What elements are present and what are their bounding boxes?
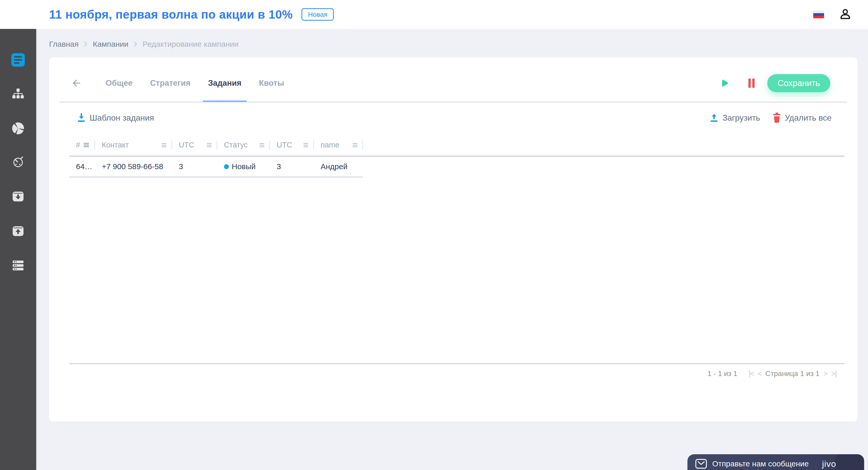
jivo-logo: jivo xyxy=(822,459,836,469)
sidebar-item-reports[interactable] xyxy=(0,122,36,134)
sitemap-icon xyxy=(12,88,24,101)
cell-utc2: 3 xyxy=(270,156,314,177)
table-header: # Контакт UTC Статус xyxy=(69,134,844,156)
status-dot-icon xyxy=(224,164,229,169)
column-menu-icon[interactable] xyxy=(161,143,167,148)
last-page-button[interactable]: >| xyxy=(831,370,836,378)
tab-bar: Общее Стратегия Задания Квоты xyxy=(106,64,284,103)
pagination: 1 - 1 из 1 |< < Страница 1 из 1 > >| xyxy=(49,364,858,383)
language-flag-icon[interactable] xyxy=(813,10,824,18)
status-label: Новый xyxy=(232,162,256,171)
breadcrumb: Главная Кампании Редактирование кампании xyxy=(36,29,868,49)
page-title: 11 ноября, первая волна по акции в 10% xyxy=(49,7,293,22)
campaign-actions: Сохранить xyxy=(721,74,858,92)
column-header-status[interactable]: Статус xyxy=(217,134,270,156)
main-content: Главная Кампании Редактирование кампании… xyxy=(36,29,868,470)
cell-utc1: 3 xyxy=(172,156,217,177)
pagination-page-label: Страница 1 из 1 xyxy=(766,370,820,378)
sidebar-item-monitoring[interactable] xyxy=(0,155,36,169)
column-header-utc1[interactable]: UTC xyxy=(172,134,217,156)
campaign-edit-card: Общее Стратегия Задания Квоты Сохранить xyxy=(49,57,858,421)
tasks-table: # Контакт UTC Статус xyxy=(69,134,844,178)
breadcrumb-current: Редактирование кампании xyxy=(143,40,239,49)
play-button[interactable] xyxy=(721,79,729,88)
column-header-utc2[interactable]: UTC xyxy=(270,134,314,156)
chat-message: Отправьте нам сообщение xyxy=(712,460,809,468)
sidebar-item-servers[interactable] xyxy=(0,259,36,273)
timer-icon xyxy=(12,155,24,169)
column-header-contact[interactable]: Контакт xyxy=(95,134,172,156)
server-stack-icon xyxy=(12,259,24,273)
table-toolbar: Шаблон задания Загрузить xyxy=(49,107,858,129)
delete-all-label: Удалить все xyxy=(785,113,832,123)
upload-link[interactable]: Загрузить xyxy=(709,113,760,123)
archive-out-icon xyxy=(12,225,24,238)
top-header: 11 ноября, первая волна по акции в 10% Н… xyxy=(0,0,868,29)
sidebar-item-export[interactable] xyxy=(0,225,36,238)
chevron-right-icon xyxy=(133,41,137,47)
prev-page-button[interactable]: < xyxy=(758,370,762,378)
task-template-label: Шаблон задания xyxy=(90,113,154,123)
sidebar-item-import[interactable] xyxy=(0,190,36,203)
chat-widget[interactable]: Отправьте нам сообщение jivo xyxy=(687,454,864,470)
delete-all-link[interactable]: Удалить все xyxy=(772,112,832,123)
table-row: 64… +7 900 589-66-58 3 Новый 3 Андрей xyxy=(69,156,363,178)
tab-tasks[interactable]: Задания xyxy=(208,64,241,103)
column-menu-icon[interactable] xyxy=(207,143,212,148)
back-arrow-button[interactable] xyxy=(70,77,83,89)
first-page-button[interactable]: |< xyxy=(748,370,753,378)
task-template-link[interactable]: Шаблон задания xyxy=(76,113,154,123)
sidebar-item-structure[interactable] xyxy=(0,88,36,101)
column-menu-icon[interactable] xyxy=(259,143,265,148)
next-page-button[interactable]: > xyxy=(824,370,828,378)
user-profile-icon[interactable] xyxy=(839,8,851,21)
upload-icon xyxy=(709,113,719,123)
tabs-row: Общее Стратегия Задания Квоты Сохранить xyxy=(49,57,858,103)
campaign-status-badge: Новая xyxy=(302,8,334,21)
tab-strategy[interactable]: Стратегия xyxy=(150,64,190,103)
cell-status: Новый xyxy=(217,156,270,177)
sidebar xyxy=(0,29,36,470)
chevron-right-icon xyxy=(84,41,88,47)
column-menu-icon[interactable] xyxy=(352,143,358,148)
cell-name: Андрей xyxy=(314,156,363,177)
tab-general[interactable]: Общее xyxy=(106,64,132,103)
breadcrumb-campaigns[interactable]: Кампании xyxy=(93,40,128,49)
column-header-id[interactable]: # xyxy=(69,134,95,156)
tab-quotas[interactable]: Квоты xyxy=(259,64,284,103)
pause-button[interactable] xyxy=(748,77,755,89)
save-button[interactable]: Сохранить xyxy=(767,74,830,92)
column-header-name[interactable]: name xyxy=(314,134,363,156)
download-icon xyxy=(76,113,86,123)
campaigns-list-icon xyxy=(11,53,25,67)
archive-in-icon xyxy=(12,190,24,203)
pie-chart-icon xyxy=(12,122,24,134)
column-menu-icon[interactable] xyxy=(83,143,89,148)
cell-id: 64… xyxy=(69,156,95,177)
upload-label: Загрузить xyxy=(722,113,760,123)
breadcrumb-home[interactable]: Главная xyxy=(49,40,79,49)
sidebar-item-campaigns[interactable] xyxy=(0,53,36,67)
envelope-icon xyxy=(695,459,707,469)
pagination-range: 1 - 1 из 1 xyxy=(708,370,738,378)
column-menu-icon[interactable] xyxy=(303,143,309,148)
cell-contact: +7 900 589-66-58 xyxy=(95,156,172,177)
trash-icon xyxy=(772,112,781,123)
tabs-divider xyxy=(59,101,847,103)
